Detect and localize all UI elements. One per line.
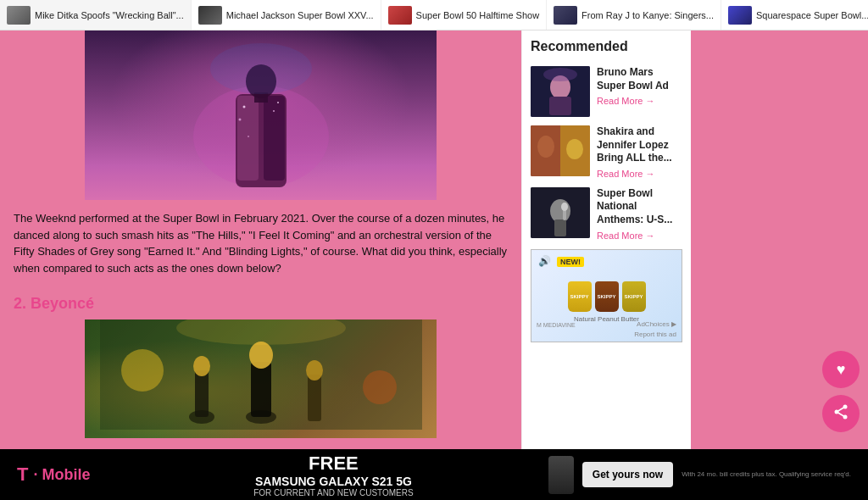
read-more-2[interactable]: Read More → <box>597 169 682 179</box>
svg-point-14 <box>363 370 397 404</box>
svg-rect-21 <box>308 375 321 421</box>
nav-item-2[interactable]: Michael Jackson Super Bowl XXV... <box>192 0 381 30</box>
performer-svg <box>176 35 346 196</box>
svg-point-9 <box>277 102 279 103</box>
rec-item-3[interactable]: Super Bowl National Anthems: U-S... Read… <box>531 187 682 241</box>
rec-thumb-1 <box>531 66 590 117</box>
nav-thumb-4 <box>554 6 577 25</box>
skippy-jars: SKIPPY SKIPPY SKIPPY <box>568 281 646 312</box>
top-nav: Mike Ditka Spoofs "Wrecking Ball"... Mic… <box>0 0 868 31</box>
beyonce-image <box>85 319 437 438</box>
bottom-ad: T · Mobile FREE SAMSUNG GALAXY S21 5G FO… <box>0 449 868 500</box>
nav-thumb-1 <box>7 6 31 25</box>
tmobile-logo: T · Mobile <box>17 464 119 486</box>
svg-point-20 <box>249 342 273 369</box>
phone-image <box>548 456 574 494</box>
svg-point-22 <box>306 360 323 381</box>
sidebar-ad: 🔊 NEW! SKIPPY SKIPPY SKIPPY Natural Pean… <box>531 249 682 342</box>
rec-info-1: Bruno Mars Super Bowl Ad Read More → <box>597 66 682 106</box>
hero-image-wrap <box>85 31 437 200</box>
sidebar-ad-inner: 🔊 NEW! SKIPPY SKIPPY SKIPPY Natural Pean… <box>531 250 682 342</box>
svg-point-17 <box>193 356 210 376</box>
ad-label: Natural Peanut Butter <box>574 315 639 323</box>
nav-thumb-3 <box>388 6 412 25</box>
heart-icon: ♥ <box>837 361 846 379</box>
get-yours-button[interactable]: Get yours now <box>582 462 673 487</box>
svg-rect-2 <box>237 96 259 181</box>
svg-rect-35 <box>554 219 566 236</box>
article-body: The Weeknd performed at the Super Bowl i… <box>14 212 507 275</box>
nav-label-2: Michael Jackson Super Bowl XXV... <box>226 10 374 20</box>
svg-point-8 <box>238 119 241 121</box>
rec-item-1[interactable]: Bruno Mars Super Bowl Ad Read More → <box>531 66 682 117</box>
svg-point-34 <box>550 199 570 223</box>
ad-speaker-icon: 🔊 <box>538 255 551 267</box>
rec-title-1: Bruno Mars Super Bowl Ad <box>597 66 682 92</box>
svg-point-13 <box>121 349 164 392</box>
section-heading: 2. Beyoncé <box>0 295 521 313</box>
beyonce-svg <box>100 319 422 430</box>
svg-point-7 <box>273 110 275 112</box>
svg-point-31 <box>537 136 554 158</box>
svg-point-27 <box>543 68 577 81</box>
svg-point-10 <box>248 136 249 137</box>
ad-choices-text: AdChoices ▶ <box>637 320 676 328</box>
content-wrapper: The Weeknd performed at the Super Bowl i… <box>0 31 868 500</box>
rec-thumb-2 <box>531 125 590 176</box>
nav-label-5: Squarespace Super Bowl... <box>756 10 868 20</box>
rec-title-2: Shakira and Jennifer Lopez Bring ALL the… <box>597 125 682 165</box>
tmobile-t: T <box>17 464 28 486</box>
svg-line-41 <box>837 407 845 412</box>
ad-right: Get yours now With 24 mo. bill credits p… <box>548 456 851 494</box>
right-sidebar: Recommended Bruno Mars Super Bowl Ad Rea… <box>521 31 691 500</box>
nav-thumb-5 <box>728 6 752 25</box>
hero-image-inner <box>85 31 437 200</box>
ad-choices[interactable]: AdChoices ▶ <box>637 320 676 328</box>
nav-label-4: From Ray J to Kanye: Singers... <box>581 10 714 20</box>
rec-thumb-3 <box>531 187 590 238</box>
share-button[interactable] <box>822 395 860 432</box>
read-more-1[interactable]: Read More → <box>597 96 682 106</box>
beyonce-inner <box>85 319 437 438</box>
rec-thumb-1-img <box>531 66 590 117</box>
share-icon <box>832 403 849 425</box>
tmobile-text: · Mobile <box>33 466 90 484</box>
rec-item-2[interactable]: Shakira and Jennifer Lopez Bring ALL the… <box>531 125 682 179</box>
ad-report[interactable]: Report this ad <box>634 331 676 338</box>
ad-fine-print: With 24 mo. bill credits plus tax. Quali… <box>682 470 851 479</box>
ad-free-label: FREE <box>119 453 548 475</box>
ad-center: FREE SAMSUNG GALAXY S21 5G FOR CURRENT A… <box>119 453 548 497</box>
mediavine-label: M MEDIAVINE <box>537 322 576 328</box>
left-panel: The Weeknd performed at the Super Bowl i… <box>0 31 521 500</box>
ad-product: SAMSUNG GALAXY S21 5G <box>119 475 548 488</box>
hero-image <box>85 31 437 200</box>
rec-title-3: Super Bowl National Anthems: U-S... <box>597 187 682 227</box>
svg-line-42 <box>837 412 845 417</box>
recommended-title: Recommended <box>531 39 682 58</box>
nav-item-1[interactable]: Mike Ditka Spoofs "Wrecking Ball"... <box>0 0 192 30</box>
floating-buttons: ♥ <box>822 351 860 432</box>
nav-label-3: Super Bowl 50 Halftime Show <box>416 10 540 20</box>
nav-item-4[interactable]: From Ray J to Kanye: Singers... <box>547 0 721 30</box>
svg-point-6 <box>242 106 245 108</box>
svg-rect-19 <box>251 362 271 417</box>
read-more-3[interactable]: Read More → <box>597 231 682 241</box>
svg-rect-26 <box>549 97 571 115</box>
rec-thumb-3-img <box>531 187 590 238</box>
nav-item-5[interactable]: Squarespace Super Bowl... <box>721 0 868 30</box>
svg-rect-16 <box>195 370 209 417</box>
ad-new-badge: NEW! <box>557 257 584 267</box>
svg-point-32 <box>566 139 583 159</box>
nav-item-3[interactable]: Super Bowl 50 Halftime Show <box>381 0 548 30</box>
beyonce-image-wrap <box>85 319 437 438</box>
svg-point-37 <box>561 203 568 211</box>
rec-thumb-2-img <box>531 125 590 176</box>
jar-1: SKIPPY <box>568 281 592 312</box>
svg-rect-3 <box>264 96 285 181</box>
article-text: The Weeknd performed at the Super Bowl i… <box>0 200 521 286</box>
nav-thumb-2 <box>198 6 222 25</box>
heart-button[interactable]: ♥ <box>822 351 860 388</box>
rec-info-3: Super Bowl National Anthems: U-S... Read… <box>597 187 682 241</box>
nav-label-1: Mike Ditka Spoofs "Wrecking Ball"... <box>35 10 184 20</box>
svg-point-11 <box>210 43 312 94</box>
